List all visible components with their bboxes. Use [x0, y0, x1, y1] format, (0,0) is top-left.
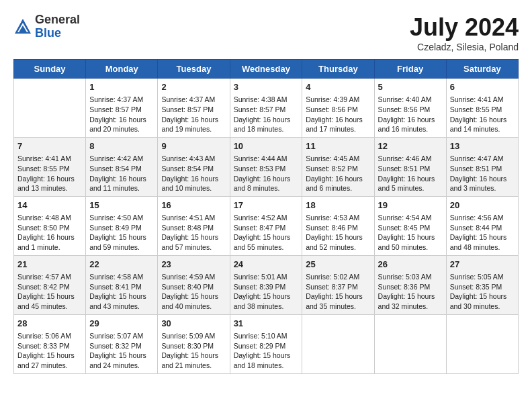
calendar-cell [14, 79, 86, 138]
day-number: 17 [234, 199, 299, 212]
day-info: Sunrise: 4:47 AM Sunset: 8:51 PM Dayligh… [450, 154, 515, 193]
calendar-cell: 31Sunrise: 5:10 AM Sunset: 8:29 PM Dayli… [230, 314, 302, 373]
day-info: Sunrise: 4:50 AM Sunset: 8:49 PM Dayligh… [89, 213, 154, 253]
day-number: 18 [306, 199, 370, 212]
calendar-cell: 14Sunrise: 4:48 AM Sunset: 8:50 PM Dayli… [14, 196, 86, 255]
calendar-cell: 1Sunrise: 4:37 AM Sunset: 8:57 PM Daylig… [86, 79, 158, 138]
calendar-cell: 12Sunrise: 4:46 AM Sunset: 8:51 PM Dayli… [374, 137, 446, 196]
day-number: 4 [306, 81, 370, 93]
calendar-cell: 16Sunrise: 4:51 AM Sunset: 8:48 PM Dayli… [158, 196, 230, 255]
day-number: 12 [378, 140, 443, 152]
day-info: Sunrise: 4:51 AM Sunset: 8:48 PM Dayligh… [161, 213, 226, 253]
week-row-4: 21Sunrise: 4:57 AM Sunset: 8:42 PM Dayli… [14, 255, 519, 314]
day-info: Sunrise: 4:38 AM Sunset: 8:57 PM Dayligh… [234, 95, 299, 134]
calendar-cell: 10Sunrise: 4:44 AM Sunset: 8:53 PM Dayli… [230, 137, 302, 196]
day-info: Sunrise: 4:44 AM Sunset: 8:53 PM Dayligh… [234, 154, 299, 193]
day-info: Sunrise: 4:46 AM Sunset: 8:51 PM Dayligh… [378, 154, 443, 193]
day-info: Sunrise: 5:01 AM Sunset: 8:39 PM Dayligh… [234, 272, 299, 312]
day-number: 27 [450, 259, 515, 271]
calendar-cell: 28Sunrise: 5:06 AM Sunset: 8:33 PM Dayli… [14, 314, 86, 373]
day-number: 13 [450, 140, 515, 152]
day-number: 10 [234, 140, 299, 152]
col-header-saturday: Saturday [446, 60, 518, 79]
calendar-cell: 21Sunrise: 4:57 AM Sunset: 8:42 PM Dayli… [14, 255, 86, 314]
calendar-cell: 18Sunrise: 4:53 AM Sunset: 8:46 PM Dayli… [302, 196, 374, 255]
calendar-cell: 24Sunrise: 5:01 AM Sunset: 8:39 PM Dayli… [230, 255, 302, 314]
day-info: Sunrise: 4:37 AM Sunset: 8:57 PM Dayligh… [161, 95, 226, 134]
col-header-sunday: Sunday [14, 60, 86, 79]
logo-icon [13, 17, 32, 36]
day-number: 22 [89, 259, 154, 271]
week-row-5: 28Sunrise: 5:06 AM Sunset: 8:33 PM Dayli… [14, 314, 519, 373]
month-title: July 2024 [410, 13, 519, 42]
day-info: Sunrise: 4:52 AM Sunset: 8:47 PM Dayligh… [234, 213, 299, 253]
calendar-cell: 6Sunrise: 4:41 AM Sunset: 8:55 PM Daylig… [446, 79, 518, 138]
day-info: Sunrise: 4:45 AM Sunset: 8:52 PM Dayligh… [306, 154, 370, 193]
col-header-thursday: Thursday [302, 60, 374, 79]
day-info: Sunrise: 4:37 AM Sunset: 8:57 PM Dayligh… [89, 95, 154, 134]
day-number: 19 [378, 199, 443, 212]
day-info: Sunrise: 5:05 AM Sunset: 8:35 PM Dayligh… [450, 272, 515, 312]
week-row-1: 1Sunrise: 4:37 AM Sunset: 8:57 PM Daylig… [14, 79, 519, 138]
day-info: Sunrise: 5:10 AM Sunset: 8:29 PM Dayligh… [234, 331, 299, 371]
day-number: 11 [306, 140, 370, 152]
calendar-cell: 8Sunrise: 4:42 AM Sunset: 8:54 PM Daylig… [86, 137, 158, 196]
calendar-cell: 4Sunrise: 4:39 AM Sunset: 8:56 PM Daylig… [302, 79, 374, 138]
title-block: July 2024 Czeladz, Silesia, Poland [410, 13, 519, 52]
calendar-cell [374, 314, 446, 373]
day-number: 8 [89, 140, 154, 152]
col-header-wednesday: Wednesday [230, 60, 302, 79]
calendar-cell: 2Sunrise: 4:37 AM Sunset: 8:57 PM Daylig… [158, 79, 230, 138]
calendar-cell: 20Sunrise: 4:56 AM Sunset: 8:44 PM Dayli… [446, 196, 518, 255]
day-info: Sunrise: 5:06 AM Sunset: 8:33 PM Dayligh… [17, 331, 82, 371]
page-header: General Blue July 2024 Czeladz, Silesia,… [13, 13, 519, 52]
calendar-cell: 25Sunrise: 5:02 AM Sunset: 8:37 PM Dayli… [302, 255, 374, 314]
calendar-cell: 15Sunrise: 4:50 AM Sunset: 8:49 PM Dayli… [86, 196, 158, 255]
day-number: 30 [161, 318, 226, 330]
day-info: Sunrise: 4:48 AM Sunset: 8:50 PM Dayligh… [17, 213, 82, 253]
day-number: 28 [17, 318, 82, 330]
day-info: Sunrise: 4:42 AM Sunset: 8:54 PM Dayligh… [89, 154, 154, 193]
day-info: Sunrise: 4:41 AM Sunset: 8:55 PM Dayligh… [17, 154, 82, 193]
day-number: 25 [306, 259, 370, 271]
day-info: Sunrise: 5:07 AM Sunset: 8:32 PM Dayligh… [89, 331, 154, 371]
day-number: 14 [17, 199, 82, 212]
calendar-cell: 9Sunrise: 4:43 AM Sunset: 8:54 PM Daylig… [158, 137, 230, 196]
day-number: 24 [234, 259, 299, 271]
day-number: 1 [89, 81, 154, 93]
calendar-cell: 19Sunrise: 4:54 AM Sunset: 8:45 PM Dayli… [374, 196, 446, 255]
day-number: 15 [89, 199, 154, 212]
day-info: Sunrise: 4:56 AM Sunset: 8:44 PM Dayligh… [450, 213, 515, 253]
calendar-cell: 26Sunrise: 5:03 AM Sunset: 8:36 PM Dayli… [374, 255, 446, 314]
calendar-cell: 7Sunrise: 4:41 AM Sunset: 8:55 PM Daylig… [14, 137, 86, 196]
col-header-monday: Monday [86, 60, 158, 79]
day-info: Sunrise: 4:59 AM Sunset: 8:40 PM Dayligh… [161, 272, 226, 312]
calendar-cell: 5Sunrise: 4:40 AM Sunset: 8:56 PM Daylig… [374, 79, 446, 138]
header-row: SundayMondayTuesdayWednesdayThursdayFrid… [14, 60, 519, 79]
calendar-cell: 3Sunrise: 4:38 AM Sunset: 8:57 PM Daylig… [230, 79, 302, 138]
day-info: Sunrise: 5:09 AM Sunset: 8:30 PM Dayligh… [161, 331, 226, 371]
day-info: Sunrise: 4:40 AM Sunset: 8:56 PM Dayligh… [378, 95, 443, 134]
calendar-cell: 22Sunrise: 4:58 AM Sunset: 8:41 PM Dayli… [86, 255, 158, 314]
day-number: 23 [161, 259, 226, 271]
logo-general-text: General [35, 13, 80, 26]
day-info: Sunrise: 4:39 AM Sunset: 8:56 PM Dayligh… [306, 95, 370, 134]
day-info: Sunrise: 4:43 AM Sunset: 8:54 PM Dayligh… [161, 154, 226, 193]
day-number: 20 [450, 199, 515, 212]
calendar-cell: 30Sunrise: 5:09 AM Sunset: 8:30 PM Dayli… [158, 314, 230, 373]
day-info: Sunrise: 4:41 AM Sunset: 8:55 PM Dayligh… [450, 95, 515, 134]
calendar-table: SundayMondayTuesdayWednesdayThursdayFrid… [13, 59, 519, 374]
day-number: 2 [161, 81, 226, 93]
calendar-cell [302, 314, 374, 373]
day-info: Sunrise: 4:58 AM Sunset: 8:41 PM Dayligh… [89, 272, 154, 312]
day-number: 7 [17, 140, 82, 152]
day-info: Sunrise: 4:53 AM Sunset: 8:46 PM Dayligh… [306, 213, 370, 253]
day-number: 29 [89, 318, 154, 330]
day-info: Sunrise: 4:54 AM Sunset: 8:45 PM Dayligh… [378, 213, 443, 253]
calendar-cell: 17Sunrise: 4:52 AM Sunset: 8:47 PM Dayli… [230, 196, 302, 255]
calendar-cell: 13Sunrise: 4:47 AM Sunset: 8:51 PM Dayli… [446, 137, 518, 196]
day-info: Sunrise: 5:02 AM Sunset: 8:37 PM Dayligh… [306, 272, 370, 312]
day-info: Sunrise: 4:57 AM Sunset: 8:42 PM Dayligh… [17, 272, 82, 312]
day-number: 31 [234, 318, 299, 330]
calendar-cell [446, 314, 518, 373]
